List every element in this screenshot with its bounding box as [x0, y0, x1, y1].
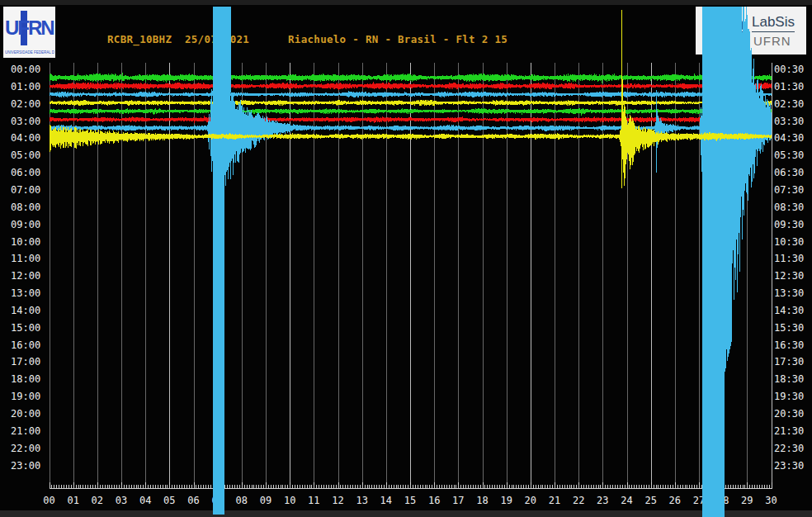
right-time-label: 03:30 [774, 116, 804, 127]
right-time-label: 20:30 [774, 409, 804, 420]
x-axis-minute-label: 12 [332, 496, 343, 506]
left-time-label: 17:00 [11, 357, 40, 368]
left-time-label: 18:00 [11, 374, 40, 385]
labsis-logo-title: LabSis [752, 14, 795, 32]
right-time-label: 00:30 [774, 64, 804, 75]
left-time-label: 12:00 [11, 271, 40, 282]
left-time-label: 21:00 [11, 426, 40, 437]
x-axis-minute-label: 17 [452, 496, 464, 506]
left-time-label: 19:00 [11, 391, 40, 402]
left-time-label: 13:00 [11, 288, 40, 299]
left-time-label: 11:00 [11, 254, 40, 264]
x-axis-minute-label: 06 [187, 496, 199, 506]
left-time-label: 14:00 [11, 306, 40, 316]
left-time-label: 04:00 [11, 133, 40, 144]
x-axis-minute-label: 05 [163, 496, 175, 506]
x-axis-minute-label: 18 [476, 496, 488, 506]
x-axis-minute-label: 24 [621, 496, 632, 506]
left-time-label: 00:00 [11, 64, 40, 75]
right-time-label: 11:30 [774, 254, 804, 264]
x-axis-minute-label: 27 [693, 496, 705, 506]
x-axis-minute-label: 30 [765, 496, 777, 506]
right-time-label: 06:30 [774, 168, 804, 178]
right-time-label: 09:30 [774, 220, 804, 230]
right-time-label: 04:30 [774, 133, 804, 144]
left-time-label: 02:00 [11, 99, 40, 110]
labsis-logo-subtitle: UFRN [753, 34, 791, 48]
left-time-label: 22:00 [11, 443, 40, 454]
x-axis-minute-label: 15 [404, 496, 416, 506]
labsis-globe-icon [709, 12, 747, 50]
right-time-label: 18:30 [774, 374, 804, 385]
x-axis-minute-label: 11 [308, 496, 319, 506]
x-axis-minute-label: 08 [236, 496, 248, 506]
x-axis-minute-label: 19 [500, 496, 512, 506]
right-time-label: 14:30 [774, 306, 804, 316]
ufrn-logo-subtext: UNIVERSIDADE FEDERAL DO RIO GRANDE DO NO… [5, 50, 54, 55]
x-axis-minute-label: 10 [284, 496, 295, 506]
left-time-label: 16:00 [11, 340, 40, 351]
x-axis-minute-label: 14 [380, 496, 392, 506]
x-axis-minute-label: 04 [139, 496, 151, 506]
x-axis-minute-label: 13 [356, 496, 367, 506]
right-time-label: 08:30 [774, 202, 804, 213]
right-time-label: 16:30 [774, 340, 804, 351]
right-time-label: 07:30 [774, 185, 804, 196]
right-time-label: 13:30 [774, 288, 804, 299]
x-axis-minute-label: 23 [597, 496, 608, 506]
left-time-label: 05:00 [11, 150, 40, 161]
station-date-title: RCBR_10BHZ 25/07/2021 [107, 34, 249, 45]
x-axis-minute-label: 03 [116, 496, 127, 506]
right-time-label: 17:30 [774, 357, 804, 368]
ufrn-logo: UFRN UNIVERSIDADE FEDERAL DO RIO GRANDE … [3, 7, 55, 58]
left-time-label: 06:00 [11, 168, 40, 178]
right-time-label: 21:30 [774, 426, 804, 437]
left-time-label: 20:00 [11, 409, 40, 420]
right-time-label: 05:30 [774, 150, 804, 161]
location-filter-title: Riachuelo - RN - Brasil - Flt 2 15 [288, 34, 508, 45]
x-axis-minute-label: 02 [92, 496, 103, 506]
x-axis-minute-label: 21 [549, 496, 560, 506]
x-axis-minute-label: 00 [43, 496, 54, 506]
left-time-label: 08:00 [11, 202, 40, 213]
left-time-label: 15:00 [11, 323, 40, 334]
left-time-label: 09:00 [11, 220, 40, 230]
x-axis-minute-label: 01 [67, 496, 78, 506]
left-time-label: 23:00 [11, 461, 40, 472]
right-time-label: 15:30 [774, 323, 804, 334]
right-time-label: 10:30 [774, 237, 804, 248]
x-axis-minute-label: 29 [741, 496, 753, 506]
left-time-label: 07:00 [11, 185, 40, 196]
ufrn-logo-text: UFRN [5, 17, 55, 40]
window-top-edge [0, 0, 812, 5]
x-axis-minute-label: 09 [260, 496, 271, 506]
right-time-label: 22:30 [774, 443, 804, 454]
right-time-label: 02:30 [774, 99, 804, 110]
left-time-label: 01:00 [11, 82, 40, 92]
x-axis-minute-label: 22 [573, 496, 584, 506]
x-axis-minute-label: 25 [644, 496, 656, 506]
right-time-label: 19:30 [774, 391, 804, 402]
window-bottom-edge [0, 510, 812, 517]
right-time-label: 23:30 [774, 461, 804, 472]
helicorder-app: UFRN UNIVERSIDADE FEDERAL DO RIO GRANDE … [0, 0, 812, 517]
x-axis-minute-label: 07 [211, 496, 223, 506]
x-axis-minute-label: 28 [717, 496, 729, 506]
x-axis-minute-label: 20 [525, 496, 536, 506]
x-axis-minute-label: 26 [669, 496, 681, 506]
right-time-label: 12:30 [774, 271, 804, 282]
labsis-logo: LabSis UFRN [696, 7, 806, 55]
x-axis-minute-label: 16 [428, 496, 440, 506]
left-time-label: 03:00 [11, 116, 40, 127]
left-time-label: 10:00 [11, 237, 40, 248]
seismogram-canvas [0, 0, 812, 517]
right-time-label: 01:30 [774, 82, 804, 92]
